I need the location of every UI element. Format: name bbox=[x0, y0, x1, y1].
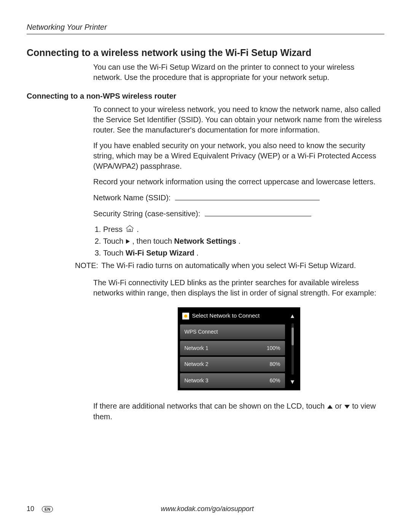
step-text: . bbox=[239, 237, 241, 245]
ssid-blank-line bbox=[175, 192, 320, 200]
lcd-scrollbar: ▲ ▼ bbox=[287, 310, 298, 388]
paragraph: If you have enabled security on your net… bbox=[93, 141, 384, 171]
lcd-row-network[interactable]: Network 3 60% bbox=[180, 373, 285, 388]
text: or bbox=[335, 402, 344, 410]
step-1: Press . bbox=[103, 224, 384, 235]
scroll-track[interactable] bbox=[292, 323, 294, 375]
lcd-list: Select Network to Connect WPS Connect Ne… bbox=[180, 310, 285, 388]
step-bold: Wi-Fi Setup Wizard bbox=[126, 249, 194, 257]
step-text: . bbox=[196, 249, 199, 257]
step-text: , then touch bbox=[132, 237, 174, 245]
step-text: . bbox=[137, 225, 139, 233]
wizard-icon bbox=[182, 313, 189, 320]
running-head: Networking Your Printer bbox=[27, 23, 384, 34]
svg-marker-1 bbox=[327, 405, 333, 409]
body-column: To connect to your wireless network, you… bbox=[93, 104, 384, 422]
note-text: The Wi-Fi radio turns on automatically w… bbox=[101, 260, 356, 271]
lcd-row-signal: 60% bbox=[269, 377, 280, 384]
svg-marker-0 bbox=[126, 239, 130, 244]
lcd-row-signal: 80% bbox=[269, 361, 280, 368]
page-footer: 10 EN www.kodak.com/go/aiosupport bbox=[27, 505, 384, 513]
intro-paragraph: You can use the Wi-Fi Setup Wizard on th… bbox=[93, 62, 384, 83]
lcd-header: Select Network to Connect bbox=[180, 310, 285, 323]
section-heading: Connecting to a wireless network using t… bbox=[27, 47, 384, 58]
scroll-down-icon[interactable]: ▼ bbox=[290, 378, 296, 386]
lcd-row-name: Network 1 bbox=[185, 345, 209, 352]
paragraph: Record your network information using th… bbox=[93, 177, 384, 187]
step-text: Touch bbox=[103, 237, 126, 245]
note-label: NOTE: bbox=[75, 260, 98, 271]
support-url: www.kodak.com/go/aiosupport bbox=[30, 505, 384, 513]
manual-page: Networking Your Printer Connecting to a … bbox=[0, 0, 411, 532]
lcd-row-name: WPS Connect bbox=[185, 328, 218, 335]
triangle-up-icon bbox=[327, 401, 333, 412]
scroll-up-icon[interactable]: ▲ bbox=[290, 312, 296, 320]
lcd-screen: Select Network to Connect WPS Connect Ne… bbox=[178, 307, 300, 390]
lcd-figure: Select Network to Connect WPS Connect Ne… bbox=[93, 307, 384, 390]
lcd-row-name: Network 3 bbox=[185, 377, 209, 384]
text: If there are additional networks that ca… bbox=[93, 402, 327, 410]
security-blank-line bbox=[205, 208, 311, 216]
play-icon bbox=[126, 236, 130, 247]
lcd-title: Select Network to Connect bbox=[192, 312, 260, 320]
step-bold: Network Settings bbox=[174, 237, 236, 245]
home-icon bbox=[125, 225, 135, 235]
svg-marker-2 bbox=[344, 405, 350, 409]
paragraph: The Wi-Fi connectivity LED blinks as the… bbox=[93, 278, 384, 298]
lcd-row-network[interactable]: Network 1 100% bbox=[180, 341, 285, 356]
lcd-row-name: Network 2 bbox=[185, 361, 209, 368]
lcd-row-network[interactable]: Network 2 80% bbox=[180, 357, 285, 372]
step-text: Touch bbox=[103, 249, 126, 257]
subsection-heading: Connecting to a non-WPS wireless router bbox=[27, 92, 384, 101]
body-column: You can use the Wi-Fi Setup Wizard on th… bbox=[93, 62, 384, 83]
security-label: Security String (case-sensitive): bbox=[93, 209, 200, 218]
paragraph: To connect to your wireless network, you… bbox=[93, 104, 384, 135]
triangle-down-icon bbox=[344, 401, 350, 412]
note-block: NOTE: The Wi-Fi radio turns on automatic… bbox=[75, 260, 384, 271]
paragraph: If there are additional networks that ca… bbox=[93, 401, 384, 422]
ssid-label: Network Name (SSID): bbox=[93, 193, 170, 202]
step-2: Touch , then touch Network Settings . bbox=[103, 236, 384, 247]
lcd-row-wps[interactable]: WPS Connect bbox=[180, 324, 285, 339]
lcd-row-signal: 100% bbox=[267, 345, 280, 352]
step-text: Press bbox=[103, 225, 125, 233]
security-field-line: Security String (case-sensitive): bbox=[93, 208, 384, 219]
ssid-field-line: Network Name (SSID): bbox=[93, 192, 384, 203]
step-3: Touch Wi-Fi Setup Wizard . bbox=[103, 248, 384, 258]
steps-list: Press . Touch , then touch Network Setti… bbox=[93, 224, 384, 258]
